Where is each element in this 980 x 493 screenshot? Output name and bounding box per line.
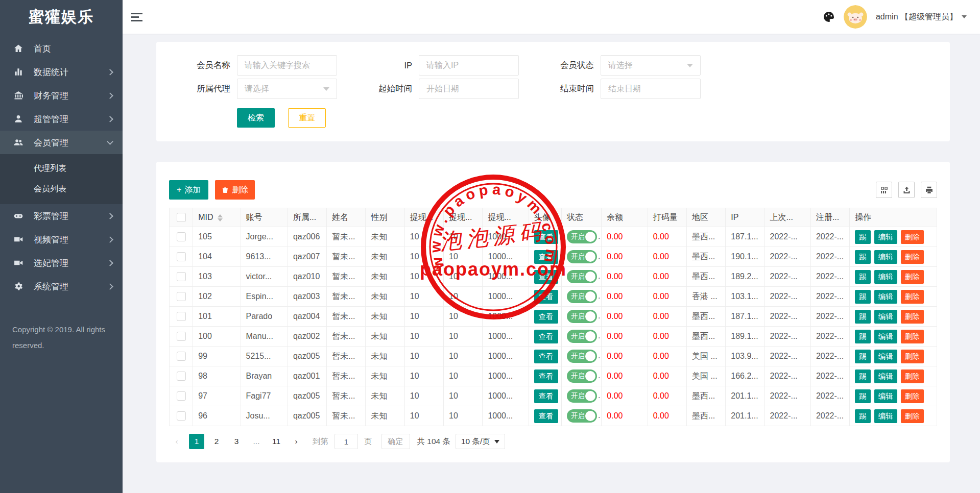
member-name-input[interactable] (237, 55, 337, 76)
column-header: 提现... (483, 208, 529, 227)
sidebar-item-home[interactable]: 首页 (0, 37, 123, 60)
sidebar-item-agent-list[interactable]: 代理列表 (0, 158, 123, 179)
admin-dropdown[interactable]: admin 【超级管理员】 (876, 12, 967, 22)
kick-button[interactable]: 踢 (855, 369, 871, 383)
view-button[interactable]: 查看 (534, 310, 558, 324)
next-page-button[interactable]: › (289, 434, 304, 449)
page-button[interactable]: 3 (229, 434, 244, 449)
ip-input[interactable] (419, 55, 519, 76)
row-checkbox[interactable] (177, 372, 186, 381)
menu-toggle-icon[interactable] (131, 11, 144, 23)
columns-filter-button[interactable] (876, 182, 892, 198)
delete-button[interactable]: 删除 (901, 409, 924, 423)
status-toggle[interactable]: 开启 (567, 389, 597, 403)
row-checkbox[interactable] (177, 232, 186, 241)
kick-button[interactable]: 踢 (855, 230, 871, 244)
row-checkbox[interactable] (177, 292, 186, 301)
search-button[interactable]: 检索 (237, 108, 275, 128)
status-toggle[interactable]: 开启 (567, 350, 597, 363)
sidebar-item-member-list[interactable]: 会员列表 (0, 179, 123, 199)
status-toggle[interactable]: 开启 (567, 310, 597, 323)
delete-button[interactable]: 删除 (901, 250, 924, 264)
per-page-select[interactable]: 10 条/页 (456, 434, 505, 449)
start-date-input[interactable] (419, 79, 519, 99)
add-button[interactable]: +添加 (169, 180, 208, 200)
sort-icon[interactable] (218, 214, 223, 221)
reset-button[interactable]: 重置 (288, 108, 326, 128)
export-button[interactable] (898, 182, 915, 198)
edit-button[interactable]: 编辑 (874, 310, 897, 324)
row-checkbox[interactable] (177, 411, 186, 421)
goto-page-input[interactable] (334, 434, 358, 449)
row-checkbox[interactable] (177, 272, 186, 281)
sidebar-item-lottery[interactable]: 彩票管理 (0, 204, 123, 228)
row-checkbox[interactable] (177, 391, 186, 401)
status-toggle[interactable]: 开启 (567, 330, 597, 343)
edit-button[interactable]: 编辑 (874, 250, 897, 264)
goto-confirm-button[interactable]: 确定 (381, 434, 410, 449)
row-checkbox[interactable] (177, 352, 186, 361)
theme-palette-icon[interactable] (823, 11, 835, 23)
view-button[interactable]: 查看 (534, 350, 558, 363)
delete-button[interactable]: 删除 (901, 330, 924, 343)
kick-button[interactable]: 踢 (855, 330, 871, 343)
view-button[interactable]: 查看 (534, 330, 558, 343)
page-button[interactable]: 2 (209, 434, 224, 449)
kick-button[interactable]: 踢 (855, 389, 871, 403)
edit-button[interactable]: 编辑 (874, 330, 897, 343)
delete-button[interactable]: 删除 (901, 270, 924, 284)
prev-page-button[interactable]: ‹ (169, 434, 184, 449)
status-toggle[interactable]: 开启 (567, 270, 597, 283)
row-checkbox[interactable] (177, 252, 186, 261)
agent-select[interactable]: 请选择 (237, 79, 337, 99)
member-status-select[interactable]: 请选择 (601, 55, 701, 76)
edit-button[interactable]: 编辑 (874, 409, 897, 423)
kick-button[interactable]: 踢 (855, 310, 871, 324)
status-toggle[interactable]: 开启 (567, 230, 597, 243)
status-toggle[interactable]: 开启 (567, 369, 597, 383)
kick-button[interactable]: 踢 (855, 409, 871, 423)
delete-button[interactable]: 删除 (901, 369, 924, 383)
edit-button[interactable]: 编辑 (874, 369, 897, 383)
view-button[interactable]: 查看 (534, 270, 558, 284)
avatar[interactable] (844, 5, 867, 29)
kick-button[interactable]: 踢 (855, 270, 871, 284)
edit-button[interactable]: 编辑 (874, 389, 897, 403)
delete-button[interactable]: 删除 (901, 310, 924, 324)
view-button[interactable]: 查看 (534, 409, 558, 423)
row-checkbox[interactable] (177, 312, 186, 321)
status-toggle[interactable]: 开启 (567, 409, 597, 423)
edit-button[interactable]: 编辑 (874, 290, 897, 304)
status-toggle[interactable]: 开启 (567, 250, 597, 263)
end-date-input[interactable] (601, 79, 701, 99)
view-button[interactable]: 查看 (534, 250, 558, 264)
kick-button[interactable]: 踢 (855, 250, 871, 264)
sidebar-item-superadmin[interactable]: 超管管理 (0, 107, 123, 131)
edit-button[interactable]: 编辑 (874, 230, 897, 244)
sidebar-item-members[interactable]: 会员管理 (0, 131, 123, 154)
view-button[interactable]: 查看 (534, 389, 558, 403)
row-checkbox[interactable] (177, 332, 186, 341)
view-button[interactable]: 查看 (534, 230, 558, 244)
select-all-checkbox[interactable] (177, 213, 186, 222)
edit-button[interactable]: 编辑 (874, 350, 897, 363)
view-button[interactable]: 查看 (534, 290, 558, 304)
delete-button[interactable]: 删除 (901, 389, 924, 403)
kick-button[interactable]: 踢 (855, 290, 871, 304)
status-toggle[interactable]: 开启 (567, 290, 597, 303)
print-button[interactable] (921, 182, 937, 198)
kick-button[interactable]: 踢 (855, 350, 871, 363)
edit-button[interactable]: 编辑 (874, 270, 897, 284)
page-button[interactable]: 11 (269, 434, 284, 449)
sidebar-item-statistics[interactable]: 数据统计 (0, 60, 123, 84)
delete-button[interactable]: 删除 (901, 290, 924, 304)
batch-delete-button[interactable]: 删除 (215, 180, 255, 200)
sidebar-item-system[interactable]: 系统管理 (0, 275, 123, 298)
delete-button[interactable]: 删除 (901, 230, 924, 244)
sidebar-item-finance[interactable]: 财务管理 (0, 84, 123, 107)
delete-button[interactable]: 删除 (901, 350, 924, 363)
sidebar-item-video[interactable]: 视频管理 (0, 228, 123, 251)
page-button[interactable]: 1 (189, 434, 204, 449)
sidebar-item-xuanfei[interactable]: 选妃管理 (0, 251, 123, 275)
view-button[interactable]: 查看 (534, 369, 558, 383)
